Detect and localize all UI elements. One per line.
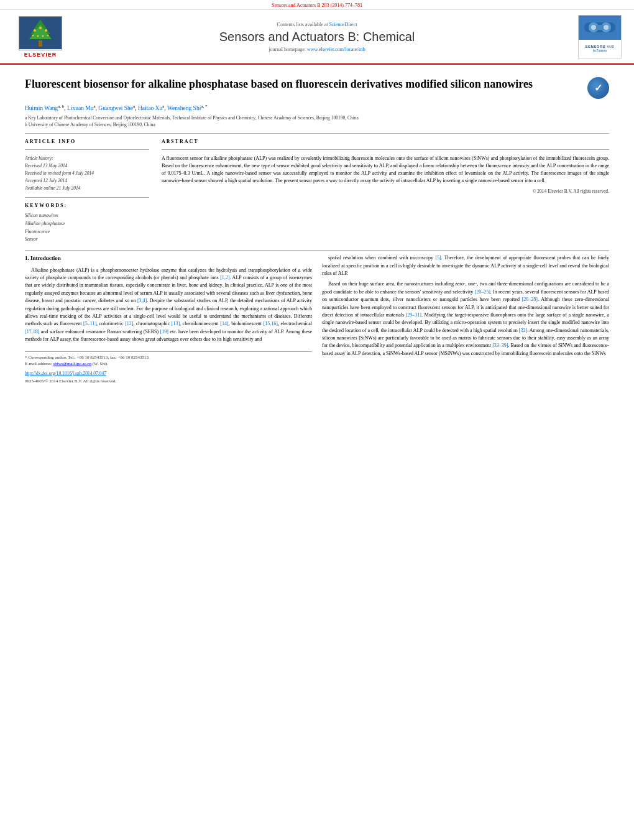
- received-1: Received 13 May 2014: [25, 162, 149, 170]
- ref-3-4[interactable]: [3,4]: [137, 298, 147, 303]
- author-shi[interactable]: Wensheng Shi: [167, 105, 201, 111]
- received-2: Received in revised form 4 July 2014: [25, 170, 149, 177]
- affiliation-b: b University of Chinese Academy of Scien…: [25, 122, 609, 129]
- article-info-heading: ARTICLE INFO: [25, 139, 149, 144]
- ref-5[interactable]: [5]: [435, 255, 441, 261]
- intro-paragraph-1: Alkaline phosphatase (ALP) is a phosphom…: [25, 267, 312, 344]
- journal-title: Sensors and Actuators B: Chemical: [81, 30, 553, 44]
- divider-keywords: [25, 197, 149, 198]
- author-shi-sup: a, *: [201, 104, 207, 109]
- author-xu-sup: a: [162, 104, 164, 109]
- sensors-actuators-logo: SENSORS AND AcTuators: [566, 15, 622, 58]
- svg-point-16: [591, 25, 596, 30]
- body-left-column: 1. Introduction Alkaline phosphatase (AL…: [25, 254, 312, 384]
- author-wang-sup: a, b: [58, 104, 64, 109]
- ref-32[interactable]: [32]: [519, 328, 527, 333]
- svg-point-8: [47, 35, 49, 37]
- sciencedirect-link: Contents lists available at ScienceDirec…: [81, 22, 553, 27]
- footnote-email-name: (W. Shi).: [93, 361, 108, 366]
- header-section: ELSEVIER Contents lists available at Sci…: [0, 10, 634, 65]
- divider-1: [25, 133, 609, 134]
- author-mu[interactable]: Lixuan Mu: [67, 105, 93, 111]
- sciencedirect-anchor[interactable]: ScienceDirect: [329, 22, 357, 27]
- ref-33-39[interactable]: [33–39]: [492, 343, 508, 348]
- ref-1-2[interactable]: [1,2]: [220, 275, 229, 280]
- available-online: Available online 21 July 2014: [25, 185, 149, 192]
- author-wang[interactable]: Huimin Wang: [25, 105, 58, 111]
- intro-title: 1. Introduction: [25, 254, 312, 263]
- abstract-text: A fluorescent sensor for alkaline phosph…: [162, 155, 609, 185]
- body-section: 1. Introduction Alkaline phosphatase (AL…: [25, 250, 609, 384]
- article-content: Fluorescent biosensor for alkaline phosp…: [0, 65, 634, 390]
- elsevier-logo: ELSEVIER: [12, 16, 68, 58]
- sensors-logo-graphic: [581, 16, 618, 39]
- ref-14[interactable]: [14]: [220, 321, 228, 326]
- svg-point-5: [45, 29, 47, 32]
- ref-29-31[interactable]: [29–31]: [406, 312, 421, 318]
- ref-20-25[interactable]: [20–25]: [475, 289, 490, 295]
- ref-17-18[interactable]: [17,18]: [25, 329, 39, 335]
- svg-point-6: [39, 27, 42, 29]
- keywords-list: Silicon nanowires Alkaline phosphatase F…: [25, 212, 149, 244]
- article-title-section: Fluorescent biosensor for alkaline phosp…: [25, 71, 609, 99]
- elsevier-tree-icon: [19, 17, 62, 49]
- ref-5-11[interactable]: [5–11]: [83, 321, 96, 326]
- homepage-link[interactable]: www.elsevier.com/locate/snb: [307, 47, 365, 52]
- history-label: Article history:: [25, 155, 149, 162]
- authors-line: Huimin Wanga, b, Lixuan Mua, Guangwei Sh…: [25, 104, 609, 111]
- intro-paragraph-right-2: Based on their huge surface area, the na…: [322, 280, 609, 358]
- divider-abstract: [162, 149, 609, 150]
- ref-19[interactable]: [19]: [160, 329, 168, 335]
- doi-link[interactable]: http://dx.doi.org/10.1016/j.snb.2014.07.…: [25, 370, 312, 377]
- svg-rect-1: [39, 40, 42, 47]
- svg-point-17: [604, 25, 609, 30]
- journal-citation: Sensors and Actuators B 203 (2014) 774–7…: [272, 2, 362, 8]
- footnote-email-link[interactable]: shiws@mail.ipc.ac.cn: [53, 361, 91, 366]
- author-mu-sup: a: [94, 104, 96, 109]
- footnote-email-line: E-mail address: shiws@mail.ipc.ac.cn (W.…: [25, 361, 312, 367]
- page: Sensors and Actuators B 203 (2014) 774–7…: [0, 0, 634, 840]
- body-right-column: spatial resolution when combined with mi…: [322, 254, 609, 384]
- affiliations: a Key Laboratory of Photochemical Conver…: [25, 115, 609, 128]
- sensors-logo-box: SENSORS AND AcTuators: [578, 15, 622, 58]
- sensors-logo-top: [579, 16, 621, 40]
- svg-point-10: [42, 35, 44, 37]
- elsevier-logo-image: [19, 16, 62, 50]
- intro-text-left: Alkaline phosphatase (ALP) is a phosphom…: [25, 267, 312, 344]
- author-xu[interactable]: Haitao Xu: [138, 105, 162, 111]
- footnote-section: * Corresponding author. Tel.: +86 10 825…: [25, 351, 312, 385]
- accepted: Accepted 12 July 2014: [25, 177, 149, 185]
- issn-line: 0925-4005/© 2014 Elsevier B.V. All right…: [25, 378, 312, 385]
- ref-13[interactable]: [13]: [172, 321, 180, 326]
- journal-top-bar: Sensors and Actuators B 203 (2014) 774–7…: [0, 0, 634, 10]
- abstract-column: ABSTRACT A fluorescent sensor for alkali…: [162, 139, 609, 244]
- affiliation-a: a Key Laboratory of Photochemical Conver…: [25, 115, 609, 122]
- article-title: Fluorescent biosensor for alkaline phosp…: [25, 77, 587, 91]
- article-history: Article history: Received 13 May 2014 Re…: [25, 155, 149, 192]
- divider-info: [25, 149, 149, 150]
- intro-text-right: spatial resolution when combined with mi…: [322, 254, 609, 358]
- ref-15-16[interactable]: [15,16]: [264, 321, 278, 326]
- journal-homepage: journal homepage: www.elsevier.com/locat…: [81, 47, 553, 52]
- svg-point-7: [32, 35, 34, 37]
- keyword-4: Sensor: [25, 236, 149, 244]
- keyword-2: Alkaline phosphatase: [25, 220, 149, 228]
- author-she-sup: a: [133, 104, 135, 109]
- abstract-heading: ABSTRACT: [162, 139, 609, 144]
- sensors-logo-bottom: SENSORS AND AcTuators: [579, 40, 621, 58]
- footnote-star-text: * Corresponding author. Tel.: +86 10 825…: [25, 354, 312, 361]
- article-info-abstract: ARTICLE INFO Article history: Received 1…: [25, 139, 609, 244]
- svg-point-4: [34, 29, 36, 32]
- ref-26-28[interactable]: [26–28]: [522, 297, 538, 302]
- footnote-email-label: E-mail address:: [25, 361, 52, 366]
- elsevier-brand-text: ELSEVIER: [24, 52, 57, 58]
- actuators-text: AcTuators: [593, 48, 607, 52]
- keyword-3: Fluorescence: [25, 228, 149, 236]
- ref-12[interactable]: [12]: [125, 321, 133, 326]
- copyright-line: © 2014 Elsevier B.V. All rights reserved…: [162, 188, 609, 194]
- svg-point-9: [37, 35, 39, 37]
- article-info-column: ARTICLE INFO Article history: Received 1…: [25, 139, 149, 244]
- intro-paragraph-right-1: spatial resolution when combined with mi…: [322, 254, 609, 277]
- crossmark-badge: [587, 77, 609, 99]
- author-she[interactable]: Guangwei She: [98, 105, 133, 111]
